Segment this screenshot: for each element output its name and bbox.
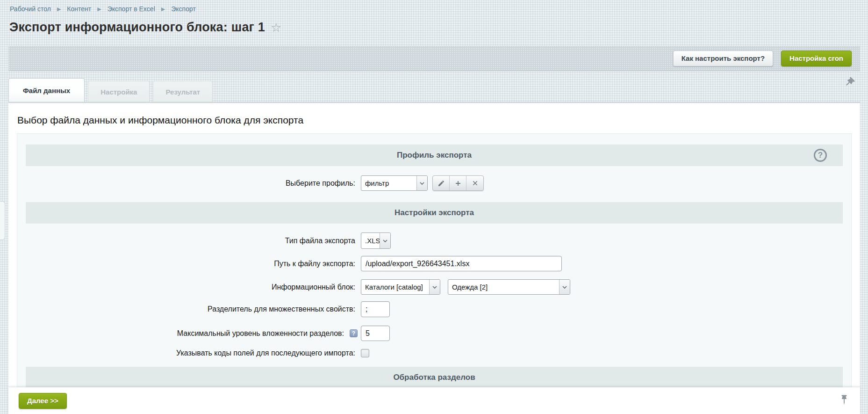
section-header-settings: Настройки экспорта — [26, 202, 843, 224]
sidebar-toggle[interactable] — [0, 201, 5, 240]
file-path-label: Путь к файлу экспорта: — [26, 260, 355, 268]
iblock-label: Информационный блок: — [26, 283, 355, 291]
breadcrumb: Рабочий стол ▶ Контент ▶ Экспорт в Excel… — [10, 5, 196, 13]
profile-select-value: фильтр — [361, 176, 416, 190]
tab-settings: Настройка — [88, 81, 150, 102]
delete-profile-button[interactable] — [466, 176, 483, 190]
iblock-row: Информационный блок: Каталоги [catalog] … — [26, 279, 843, 295]
export-form-panel: Профиль экспорта ? Выберите профиль: фил… — [17, 133, 852, 414]
breadcrumb-item-desktop[interactable]: Рабочий стол — [10, 5, 51, 13]
iblock-select-value: Одежда [2] — [448, 280, 559, 294]
x-icon — [472, 180, 479, 187]
footer-buttons-bar: Далее >> — [8, 387, 860, 414]
separator-row: Разделитель для множественных свойств: — [26, 301, 843, 317]
plus-icon — [454, 180, 462, 187]
iblock-type-select[interactable]: Каталоги [catalog] — [361, 279, 440, 295]
help-circle-icon[interactable]: ? — [814, 149, 827, 162]
max-depth-input[interactable] — [361, 326, 390, 341]
chevron-down-icon — [559, 280, 570, 294]
section-title: Профиль экспорта — [397, 151, 472, 160]
file-type-label: Тип файла экспорта — [26, 237, 355, 245]
add-profile-button[interactable] — [450, 176, 466, 190]
toolbar: Как настроить экспорт? Настройка cron — [8, 46, 860, 71]
breadcrumb-item-export[interactable]: Экспорт — [171, 5, 196, 13]
form-heading: Выбор файла данных и информационного бло… — [17, 115, 860, 126]
pencil-icon — [438, 180, 445, 187]
file-path-input[interactable] — [361, 256, 562, 271]
field-codes-label: Указывать коды полей для последующего им… — [26, 349, 355, 357]
file-type-row: Тип файла экспорта .XLSX — [26, 232, 843, 249]
breadcrumb-separator-icon: ▶ — [57, 7, 61, 12]
help-badge-icon[interactable]: ? — [350, 329, 358, 337]
field-codes-checkbox[interactable] — [361, 349, 369, 357]
profile-actions-group — [432, 175, 484, 191]
chevron-down-icon — [380, 233, 390, 248]
profile-select[interactable]: фильтр — [361, 175, 428, 191]
edit-profile-button[interactable] — [433, 176, 450, 190]
max-depth-row: Максимальный уровень вложенности раздело… — [26, 326, 843, 341]
pin-icon[interactable] — [843, 76, 855, 88]
pin-icon[interactable] — [840, 394, 848, 407]
breadcrumb-separator-icon: ▶ — [161, 7, 165, 12]
section-header-sections: Обработка разделов — [26, 367, 843, 388]
tab-content-area: Выбор файла данных и информационного бло… — [8, 102, 860, 414]
page-title: Экспорт информационного блока: шаг 1 — [9, 20, 265, 35]
profile-label: Выберите профиль: — [26, 179, 355, 188]
iblock-select[interactable]: Одежда [2] — [448, 279, 570, 295]
separator-label: Разделитель для множественных свойств: — [26, 305, 355, 313]
favorite-star-icon[interactable]: ☆ — [271, 22, 281, 34]
separator-input[interactable] — [361, 301, 390, 317]
file-path-row: Путь к файлу экспорта: — [26, 256, 843, 271]
breadcrumb-separator-icon: ▶ — [97, 7, 101, 12]
tab-bar: Файл данных Настройка Результат — [8, 78, 860, 102]
field-codes-row: Указывать коды полей для последующего им… — [26, 349, 843, 357]
file-type-select[interactable]: .XLSX — [361, 232, 391, 249]
max-depth-label: Максимальный уровень вложенности раздело… — [26, 329, 344, 338]
tab-data-file[interactable]: Файл данных — [8, 78, 85, 102]
iblock-type-select-value: Каталоги [catalog] — [361, 280, 429, 294]
cron-settings-button[interactable]: Настройка cron — [781, 51, 852, 66]
section-title: Обработка разделов — [393, 373, 475, 382]
how-to-configure-export-button[interactable]: Как настроить экспорт? — [673, 51, 773, 66]
chevron-down-icon — [429, 280, 440, 294]
file-type-select-value: .XLSX — [361, 233, 380, 248]
tab-result: Результат — [153, 81, 213, 102]
profile-row: Выберите профиль: фильтр — [26, 175, 843, 191]
chevron-down-icon — [416, 176, 427, 190]
breadcrumb-item-excel-export[interactable]: Экспорт в Excel — [108, 5, 155, 13]
section-title: Настройки экспорта — [395, 208, 474, 218]
next-step-button[interactable]: Далее >> — [19, 393, 67, 409]
breadcrumb-item-content[interactable]: Контент — [67, 5, 91, 13]
section-header-profile: Профиль экспорта ? — [26, 145, 843, 166]
